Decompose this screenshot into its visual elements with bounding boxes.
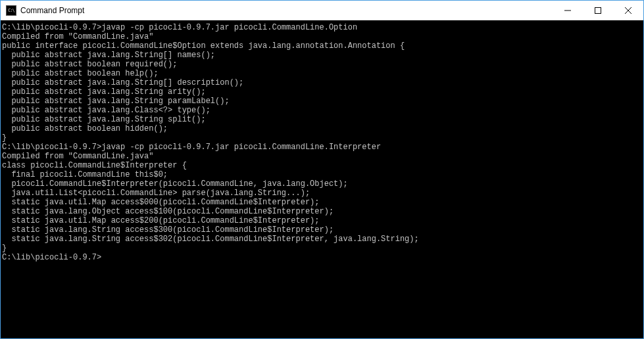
terminal-output[interactable]: C:\lib\picocli-0.9.7>javap -cp picocli-0… <box>1 20 643 338</box>
terminal-line: public abstract java.lang.String[] descr… <box>2 78 642 87</box>
close-icon <box>625 7 632 14</box>
maximize-button[interactable] <box>583 1 613 20</box>
terminal-line: public abstract java.lang.String[] names… <box>2 51 642 60</box>
terminal-line: Compiled from "CommandLine.java" <box>2 32 642 41</box>
terminal-line: C:\lib\picocli-0.9.7>javap -cp picocli-0… <box>2 143 642 152</box>
terminal-line: } <box>2 244 642 253</box>
terminal-line: Compiled from "CommandLine.java" <box>2 152 642 161</box>
svg-rect-1 <box>595 7 601 13</box>
terminal-line: public abstract java.lang.String arity()… <box>2 87 642 97</box>
terminal-line: public abstract java.lang.Class<?> type(… <box>2 106 642 115</box>
terminal-line: public abstract boolean help(); <box>2 69 642 78</box>
terminal-line: public interface picocli.CommandLine$Opt… <box>2 41 642 51</box>
close-button[interactable] <box>613 1 643 20</box>
terminal-line: java.util.List<picocli.CommandLine> pars… <box>2 189 642 198</box>
terminal-line: public abstract java.lang.String paramLa… <box>2 97 642 106</box>
terminal-line: public abstract boolean required(); <box>2 60 642 69</box>
terminal-line: static java.util.Map access$000(picocli.… <box>2 198 642 207</box>
minimize-icon <box>564 7 571 14</box>
window-controls <box>553 1 643 20</box>
terminal-line: static java.lang.Object access$100(picoc… <box>2 207 642 216</box>
terminal-line: public abstract java.lang.String split()… <box>2 115 642 124</box>
window-titlebar: C:\ Command Prompt <box>1 1 643 20</box>
terminal-line: } <box>2 133 642 143</box>
command-prompt-icon: C:\ <box>6 5 16 16</box>
minimize-button[interactable] <box>553 1 583 20</box>
terminal-line: class picocli.CommandLine$Interpreter { <box>2 161 642 170</box>
terminal-line: static java.lang.String access$302(picoc… <box>2 235 642 244</box>
terminal-line: public abstract boolean hidden(); <box>2 124 642 133</box>
terminal-line: static java.util.Map access$200(picocli.… <box>2 216 642 225</box>
terminal-line: picocli.CommandLine$Interpreter(picocli.… <box>2 179 642 189</box>
window-title: Command Prompt <box>20 6 553 15</box>
terminal-line: C:\lib\picocli-0.9.7>javap -cp picocli-0… <box>2 23 642 32</box>
maximize-icon <box>595 7 601 14</box>
terminal-prompt: C:\lib\picocli-0.9.7> <box>2 253 642 262</box>
terminal-line: static java.lang.String access$300(picoc… <box>2 225 642 235</box>
terminal-line: final picocli.CommandLine this$0; <box>2 170 642 179</box>
